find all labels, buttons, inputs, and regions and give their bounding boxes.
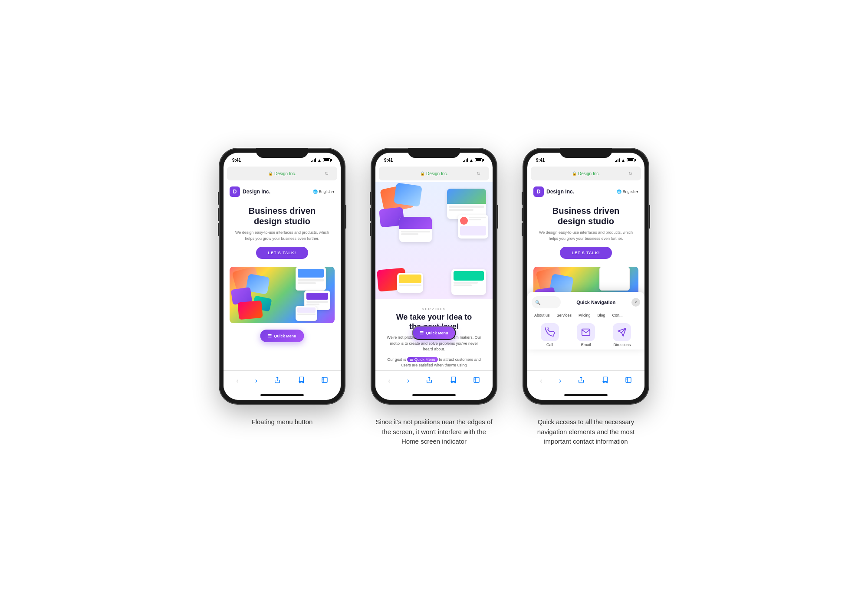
share-btn-3[interactable] [578, 376, 585, 385]
quick-nav-title: Quick Navigation [563, 300, 629, 305]
browser-bar-2[interactable]: 🔒 Design Inc. ↻ [379, 167, 489, 180]
quick-nav-panel: 🔍 Quick Navigation × About us Services P… [527, 292, 644, 350]
globe-icon-3: 🌐 [617, 190, 621, 194]
floating-menu-label-1: Quick Menu [274, 334, 296, 338]
phone-inner-3: 9:41 ▲ 🔒 [527, 153, 644, 400]
services-label: SERVICES [381, 307, 487, 311]
logo-area-1: D Design Inc. [230, 186, 270, 197]
lang-arrow-3: ▾ [636, 190, 638, 194]
caption-2: Since it's not positions near the edges … [373, 417, 495, 447]
browser-url-2: 🔒 Design Inc. [420, 171, 448, 176]
nav-item-pricing[interactable]: Pricing [576, 312, 593, 319]
nav-item-about[interactable]: About us [532, 312, 552, 319]
qnp-header: 🔍 Quick Navigation × [532, 296, 640, 308]
lang-selector-1[interactable]: 🌐 English ▾ [313, 190, 335, 194]
notch-2 [408, 148, 460, 158]
tabs-btn-1[interactable] [321, 376, 328, 385]
bookmarks-btn-3[interactable] [602, 376, 608, 385]
battery-icon-1 [323, 158, 332, 162]
phone-content-2: SERVICES We take your idea to the next l… [375, 182, 493, 370]
quick-nav-close-btn[interactable]: × [631, 298, 640, 307]
call-icon [541, 323, 559, 341]
signal-icon-3 [615, 158, 620, 162]
share-btn-1[interactable] [274, 376, 281, 385]
tabs-btn-2[interactable] [473, 376, 480, 385]
p3-collage-shape-3 [599, 267, 630, 291]
battery-icon-3 [627, 158, 636, 162]
floating-menu-btn-1[interactable]: ☰ Quick Menu [260, 330, 304, 342]
forward-btn-1[interactable]: › [255, 377, 257, 385]
signal-icon-1 [311, 158, 316, 162]
bookmarks-btn-2[interactable] [450, 376, 457, 385]
lang-label-3: English [622, 190, 635, 194]
lock-icon-3: 🔒 [572, 171, 577, 176]
collage-shape-7 [237, 301, 263, 320]
browser-bar-3[interactable]: 🔒 Design Inc. ↻ [531, 167, 641, 180]
img-collage-1 [230, 267, 335, 323]
logo-area-3: D Design Inc. [533, 186, 574, 197]
refresh-icon-1[interactable]: ↻ [325, 171, 329, 177]
collage-shape-8 [296, 306, 317, 321]
qnp-search-box[interactable]: 🔍 [532, 296, 561, 308]
directions-label: Directions [613, 343, 631, 347]
menu-lines-icon-1: ☰ [268, 333, 272, 338]
tabs-btn-3[interactable] [625, 376, 632, 385]
qnp-directions-action[interactable]: Directions [613, 323, 631, 347]
back-btn-2[interactable]: ‹ [388, 377, 390, 385]
floating-menu-label-2: Quick Menu [426, 331, 448, 335]
collage-shape-3 [296, 267, 326, 291]
logo-icon-3: D [533, 186, 544, 197]
nav-item-blog[interactable]: Blog [595, 312, 608, 319]
nav-item-contact[interactable]: Con... [610, 312, 625, 319]
battery-icon-2 [475, 158, 484, 162]
lock-icon-1: 🔒 [268, 171, 273, 176]
p2-collage [375, 182, 493, 299]
status-icons-1: ▲ [311, 158, 332, 163]
browser-bar-1[interactable]: 🔒 Design Inc. ↻ [227, 167, 337, 180]
phone-frame-1: 9:41 ▲ 🔒 [219, 148, 345, 404]
wifi-icon-3: ▲ [621, 158, 625, 163]
share-btn-2[interactable] [426, 376, 433, 385]
cta-button-3[interactable]: LET'S TALK! [560, 247, 612, 259]
lang-arrow-1: ▾ [332, 190, 335, 194]
p2-hero-img [375, 182, 493, 299]
nav-item-services[interactable]: Services [554, 312, 575, 319]
forward-btn-2[interactable]: › [407, 377, 409, 385]
home-indicator-1 [224, 390, 341, 400]
call-label: Call [546, 343, 553, 347]
hero-title-3: Business driven design studio [533, 206, 638, 226]
notch-1 [256, 148, 308, 158]
bookmarks-btn-1[interactable] [298, 376, 305, 385]
qnp-actions: Call Email [532, 323, 640, 347]
phone-section-3: 9:41 ▲ 🔒 [523, 148, 649, 447]
our-goal-text: Our goal is ☰ Quick Menu to attract cust… [381, 357, 487, 369]
p2-shape-6 [458, 215, 488, 239]
hero-subtitle-3: We design easy-to-use interfaces and pro… [533, 230, 638, 242]
brand-name-1: Design Inc. [243, 189, 270, 195]
refresh-icon-3[interactable]: ↻ [628, 171, 632, 177]
browser-url-3: 🔒 Design Inc. [572, 171, 600, 176]
home-bar-3 [564, 394, 608, 396]
p2-shape-8 [397, 273, 423, 293]
floating-menu-btn-2[interactable]: ☰ Quick Menu [412, 326, 456, 340]
qnp-nav-items: About us Services Pricing Blog Con... [532, 312, 640, 319]
status-time-3: 9:41 [536, 158, 545, 163]
status-time-2: 9:41 [384, 158, 393, 163]
lang-selector-3[interactable]: 🌐 English ▾ [617, 190, 638, 194]
directions-icon [613, 323, 631, 341]
cta-button-1[interactable]: LET'S TALK! [256, 247, 309, 259]
refresh-icon-2[interactable]: ↻ [477, 171, 480, 177]
forward-btn-3[interactable]: › [559, 377, 561, 385]
home-bar-1 [260, 394, 304, 396]
phone-section-2: 9:41 ▲ 🔒 [371, 148, 497, 447]
status-time-1: 9:41 [232, 158, 241, 163]
qnp-call-action[interactable]: Call [541, 323, 559, 347]
main-container: 9:41 ▲ 🔒 [219, 148, 649, 447]
phone-inner-1: 9:41 ▲ 🔒 [224, 153, 341, 400]
qnp-email-action[interactable]: Email [577, 323, 595, 347]
back-btn-3[interactable]: ‹ [540, 377, 542, 385]
back-btn-1[interactable]: ‹ [236, 377, 238, 385]
hero-title-1: Business driven design studio [230, 206, 335, 226]
browser-bottom-3: ‹ › [527, 370, 644, 390]
status-icons-2: ▲ [463, 158, 484, 163]
